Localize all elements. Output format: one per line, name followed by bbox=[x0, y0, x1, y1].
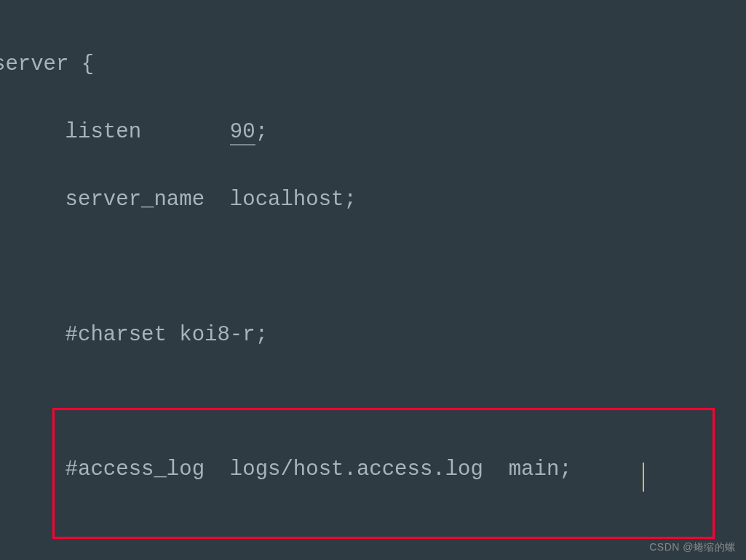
code-token-number: 90 bbox=[230, 120, 255, 145]
code-line: server { bbox=[0, 52, 94, 76]
code-line: ; bbox=[255, 120, 268, 144]
watermark: CSDN @蜷缩的螺 bbox=[649, 541, 736, 554]
code-comment: #access_log logs/host.access.log main; bbox=[15, 457, 572, 481]
code-comment: #charset koi8-r; bbox=[15, 323, 268, 347]
code-line: listen bbox=[15, 120, 230, 144]
code-block: server { listen 90; server_name localhos… bbox=[15, 15, 572, 560]
code-editor: server { listen 90; server_name localhos… bbox=[15, 15, 739, 560]
code-line: server_name localhost; bbox=[15, 188, 357, 212]
